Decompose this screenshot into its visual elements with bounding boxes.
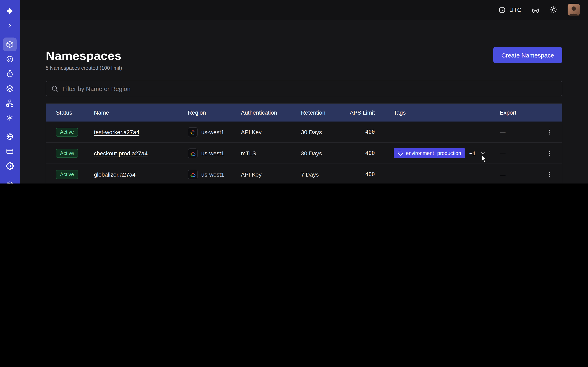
temporal-logo-icon[interactable] — [3, 4, 17, 18]
column-header-aps-limit: APS Limit — [342, 109, 394, 116]
gcp-region-icon — [188, 169, 198, 179]
row-menu-button[interactable] — [536, 129, 562, 135]
status-badge: Active — [56, 127, 78, 136]
row-menu-button[interactable] — [536, 150, 562, 156]
aps-limit-value: 400 — [342, 171, 394, 177]
export-value: — — [500, 171, 536, 178]
target-icon — [6, 55, 14, 63]
sidebar-item-settings[interactable] — [3, 159, 17, 173]
region-label: us-west1 — [201, 171, 224, 178]
labs-toggle-button[interactable] — [531, 6, 540, 14]
sidebar-item-billing[interactable] — [3, 144, 17, 158]
app-window: 2.35.1 UTC Namespaces 5 Namespaces creat… — [0, 0, 588, 184]
search-icon — [51, 85, 58, 92]
column-header-export: Export — [500, 109, 536, 116]
theme-toggle-button[interactable] — [550, 6, 558, 14]
region-label: us-west1 — [201, 150, 224, 156]
glasses-icon — [531, 6, 540, 14]
tag-icon — [398, 150, 403, 156]
gcp-region-icon — [188, 127, 198, 137]
create-namespace-button[interactable]: Create Namespace — [493, 47, 562, 63]
timezone-selector[interactable]: UTC — [498, 6, 521, 14]
sun-icon — [550, 6, 558, 14]
export-value: — — [500, 129, 536, 135]
filter-input[interactable] — [46, 81, 562, 96]
export-value: — — [500, 150, 536, 156]
tag-chip[interactable]: environment production — [394, 148, 465, 158]
retention-label: 7 Days — [301, 171, 342, 178]
tags-expand-button[interactable] — [480, 150, 486, 156]
layers-icon — [6, 84, 14, 92]
table-row: Active checkout-prod.a27a4 us-west1 mTLS… — [46, 143, 562, 164]
timezone-label: UTC — [509, 7, 521, 13]
sidebar-item-schedules[interactable] — [3, 67, 17, 81]
workflow-icon — [6, 99, 14, 107]
region-label: us-west1 — [201, 129, 224, 135]
globe-icon — [6, 133, 14, 141]
sidebar-nav: 2.35.1 — [0, 0, 20, 184]
chevron-right-icon — [6, 22, 13, 29]
auth-label: API Key — [241, 129, 301, 135]
column-header-tags: Tags — [394, 109, 500, 116]
page-subtitle: 5 Namespaces created (100 limit) — [46, 65, 562, 71]
status-badge: Active — [56, 170, 78, 179]
sidebar-item-nexus[interactable] — [3, 111, 17, 125]
sidebar-item-monitor[interactable] — [3, 52, 17, 66]
retention-label: 30 Days — [301, 150, 342, 156]
cube-icon — [6, 40, 14, 49]
column-header-name: Name — [94, 109, 188, 116]
column-header-authentication: Authentication — [241, 109, 301, 116]
aps-limit-value: 400 — [342, 129, 394, 135]
tag-key: environment — [406, 150, 434, 156]
table-row: Active test-worker.a27a4 us-west1 API Ke… — [46, 122, 562, 143]
row-menu-button[interactable] — [536, 171, 562, 178]
page-title: Namespaces — [46, 49, 562, 63]
column-header-region: Region — [188, 109, 241, 116]
timer-icon — [6, 70, 14, 78]
gear-icon — [6, 162, 14, 170]
auth-label: mTLS — [241, 150, 301, 156]
namespace-link[interactable]: globalizer.a27a4 — [94, 171, 136, 178]
table-header-row: Status Name Region Authentication Retent… — [46, 104, 562, 122]
column-header-retention: Retention — [301, 109, 342, 116]
topbar: UTC — [20, 0, 588, 20]
sidebar-item-support[interactable] — [3, 178, 17, 184]
credit-card-icon — [6, 147, 14, 155]
asterisk-icon — [6, 114, 14, 122]
lifebuoy-icon — [6, 181, 14, 184]
column-header-status: Status — [56, 109, 94, 116]
sidebar-item-workflows[interactable] — [3, 96, 17, 110]
main-content: Namespaces 5 Namespaces created (100 lim… — [20, 20, 588, 184]
clock-icon — [498, 6, 506, 14]
table-row: Active globalizer.a27a4 us-west1 API Key… — [46, 164, 562, 184]
gcp-region-icon — [188, 148, 198, 158]
namespace-link[interactable]: checkout-prod.a27a4 — [94, 150, 148, 156]
aps-limit-value: 400 — [342, 150, 394, 156]
tag-value: production — [437, 150, 461, 156]
retention-label: 30 Days — [301, 129, 342, 135]
auth-label: API Key — [241, 171, 301, 178]
namespaces-table: Status Name Region Authentication Retent… — [46, 103, 562, 184]
sidebar-item-regions[interactable] — [3, 130, 17, 143]
chevron-down-icon — [480, 150, 486, 156]
sidebar-item-namespaces[interactable] — [3, 38, 17, 51]
sidebar-item-stacks[interactable] — [3, 82, 17, 95]
user-avatar[interactable] — [568, 4, 580, 16]
tags-more-count: +1 — [469, 150, 476, 156]
sidebar-expand-button[interactable] — [3, 19, 17, 33]
status-badge: Active — [56, 149, 78, 158]
namespace-link[interactable]: test-worker.a27a4 — [94, 129, 139, 135]
